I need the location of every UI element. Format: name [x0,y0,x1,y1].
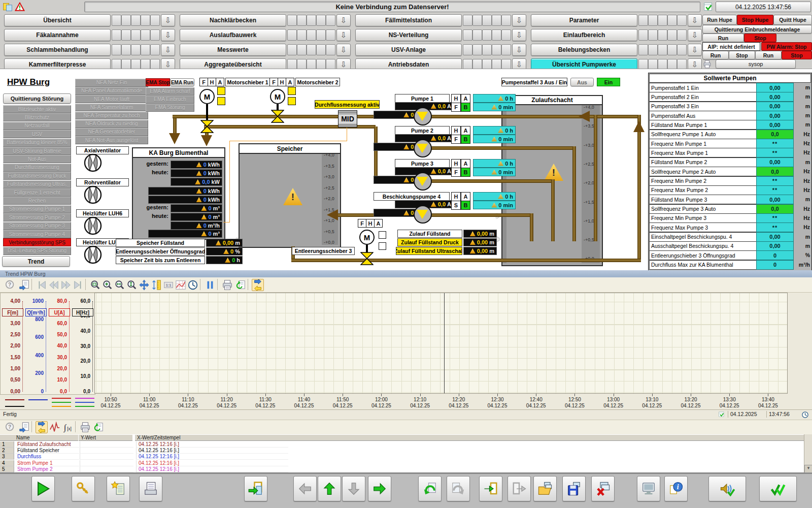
pump-3-mode-f[interactable]: F [451,168,461,177]
alarm-button-run[interactable]: Run [702,34,744,42]
acknowledge-horn-button[interactable] [708,476,746,501]
menu-button-f-kalannahme[interactable]: Fäkalannahme [4,29,111,41]
curve-name[interactable]: Strom Pumpe 2 [15,466,79,472]
pump-4-mode-h[interactable]: H [451,192,461,201]
help-icon[interactable]: ? [4,279,16,291]
menu-scroll-button[interactable]: ⇩ [688,44,702,56]
curve-name[interactable]: Strom Pumpe 1 [15,460,79,466]
menu-scroll-button[interactable]: ⇩ [512,29,526,41]
pump-2-mode-f[interactable]: F [451,135,461,144]
pump-3-mode-a[interactable]: A [461,159,470,168]
pump-1-mode-h[interactable]: H [451,94,461,103]
nav-prev-icon[interactable] [48,279,60,291]
entleerung-motor[interactable]: M [359,230,375,245]
alarm-button-stop[interactable]: Stop [744,34,776,42]
pump-1-mode-b[interactable]: B [461,103,470,112]
setpoint-value-field[interactable]: 0,00 [756,241,794,251]
print-icon[interactable] [221,279,233,291]
print-icon[interactable] [79,421,91,433]
menu-scroll-button[interactable]: ⇩ [336,29,351,41]
setpoint-value-field[interactable]: 0,00 [756,92,794,102]
menu-scroll-button[interactable]: ⇩ [161,29,175,41]
pump-2-icon[interactable] [414,139,432,157]
zoom-vertical-icon[interactable] [126,279,138,291]
print-report-button[interactable] [139,476,162,501]
alarm-button-stop[interactable]: Stop [782,51,812,59]
nav-first-icon[interactable] [36,279,48,291]
printer-small-icon[interactable] [702,59,712,69]
nav-next-icon[interactable] [60,279,72,291]
setpoint-value-field[interactable]: 0,00 [756,111,794,120]
pump-1-mode-f[interactable]: F [451,103,461,112]
open-folder-button[interactable] [533,476,557,501]
table-header-x-wert-zeitstempel[interactable]: X-Wert/Zeitstempel [135,434,602,441]
pump-3-icon[interactable] [414,172,432,190]
entleerung-mode-h[interactable]: H [366,219,375,228]
pan-icon[interactable] [138,279,150,291]
setpoint-value-field[interactable]: ** [756,185,794,195]
motorschieber-2-motor[interactable]: M [270,89,285,104]
delete-button[interactable] [591,476,615,501]
setpoint-value-field[interactable]: 0 [756,250,794,260]
motorschieber-2-mode-f[interactable]: F [269,78,278,86]
motorschieber-2-mode-a[interactable]: A [286,78,294,86]
pump-4-mode-s[interactable]: S [451,201,461,210]
redo-button[interactable] [447,476,470,501]
menu-scroll-button[interactable]: ⇩ [336,44,351,56]
motorschieber-1-mode-a[interactable]: A [216,78,224,86]
page-select-button[interactable] [244,476,267,501]
entleerung-mode-a[interactable]: A [374,219,383,228]
menu-scroll-button[interactable]: ⇩ [512,14,526,26]
setpoint-value-field[interactable]: ** [756,176,794,186]
menu-scroll-button[interactable]: ⇩ [688,29,702,41]
pumpenstaffel-aus-button[interactable]: Aus [570,78,594,86]
zoom-box-icon[interactable] [89,279,101,291]
motorschieber-2-valve[interactable] [271,110,284,123]
runtime-start-button[interactable] [31,476,55,501]
nav-last-icon[interactable] [72,279,84,291]
pause-icon[interactable] [204,279,216,291]
pump-4-icon[interactable] [414,205,432,224]
nav-down-button[interactable] [342,476,365,501]
pumpenstaffel-ein-button[interactable]: Ein [597,78,620,86]
login-key-button[interactable] [72,476,95,501]
ema-stop-button[interactable]: EMA Stop [146,78,170,86]
entleerung-valve[interactable] [360,252,374,265]
setpoint-value-field[interactable]: ** [756,213,794,223]
curve-name[interactable]: Füllstand Speicher [15,448,79,454]
setpoint-value-field[interactable]: 0,00 [756,195,794,204]
table-header-name[interactable]: Name [14,434,78,441]
alarm-button-stop[interactable]: Stop [729,51,755,59]
help-icon[interactable]: ? [4,421,16,433]
menu-scroll-button[interactable]: ⇩ [161,14,175,26]
pump-2-mode-a[interactable]: A [461,126,470,135]
setpoint-value-field[interactable]: ** [756,139,794,148]
trend-plot[interactable] [94,293,788,394]
trend-cursor-line[interactable] [444,293,445,393]
pump-2-mode-h[interactable]: H [451,126,461,135]
measure-ruler-icon[interactable] [150,279,162,291]
motorschieber-1-valve[interactable] [200,120,214,133]
setpoint-value-field[interactable]: 0,0 [756,130,794,139]
calendar-check-icon[interactable] [702,1,715,13]
alarm-button-run[interactable]: Run [755,51,782,59]
alarm-button-quittierung-einbruchmeldeanlage[interactable]: Quittierung Einbruchmeldeanlage [702,25,812,34]
pump-1-mode-a[interactable]: A [461,94,470,103]
mid-flowmeter[interactable]: MID [338,110,357,128]
info-button[interactable]: i [664,476,688,501]
alarm-button-stop-hupe[interactable]: Stop Hupe [737,15,773,25]
motorschieber-2-mode-h[interactable]: H [278,78,286,86]
setpoint-value-field[interactable]: ** [756,148,794,157]
menu-scroll-button[interactable]: ⇩ [512,44,526,56]
menu-button-einlaufbereich[interactable]: Einlaufbereich [531,29,637,41]
setpoint-value-field[interactable]: 0,0 [756,167,794,176]
time-range-icon[interactable] [187,279,199,291]
nav-right-button[interactable] [368,476,391,501]
menu-button-belebungsbecken[interactable]: Belebungsbecken [531,44,637,56]
export-page-icon[interactable] [18,421,30,433]
motorschieber-1-motor[interactable]: M [199,89,215,104]
menu-button-messwerte[interactable]: Messwerte [180,44,286,56]
integral-icon[interactable]: ∫[x] [62,421,74,433]
curve-name[interactable]: Durchfluss [15,454,79,460]
scroll-down-button[interactable]: ▾ [804,465,812,473]
